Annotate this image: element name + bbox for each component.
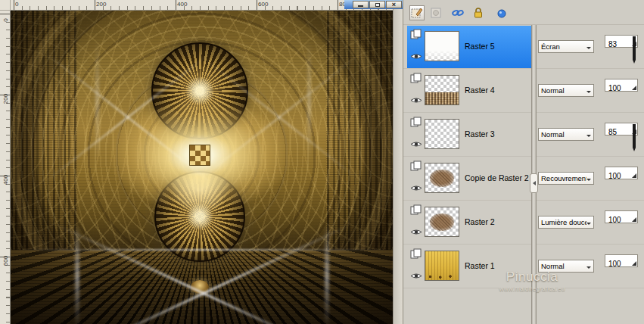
- layer-thumbnail[interactable]: [425, 75, 459, 105]
- ruler-label: 0: [2, 15, 9, 26]
- blend-mode-dropdown[interactable]: Lumière douce: [538, 216, 594, 229]
- vertical-ruler[interactable]: 0 200 400 600: [0, 11, 11, 324]
- opacity-slider[interactable]: [633, 124, 636, 151]
- opacity-spinner-icon[interactable]: [632, 86, 636, 90]
- blend-mode-value: Écran: [541, 42, 586, 51]
- chevron-down-icon: [586, 135, 591, 139]
- close-button[interactable]: ×: [386, 1, 402, 8]
- opacity-field[interactable]: 100: [605, 210, 638, 223]
- layers-palette: Raster 5 Écran 83 Raster 4 Normal: [403, 0, 644, 324]
- opacity-slider[interactable]: [633, 36, 636, 64]
- image-window-titlebar: ×: [344, 0, 403, 9]
- opacity-value: 85: [608, 128, 617, 136]
- opacity-value: 100: [608, 260, 621, 268]
- ruler-label: 400: [177, 1, 187, 8]
- raster-layer-icon: [410, 117, 422, 127]
- restore-icon: [375, 3, 380, 7]
- chevron-down-icon: [586, 266, 591, 271]
- visibility-eye-icon[interactable]: [410, 269, 422, 278]
- opacity-spinner-icon[interactable]: [632, 173, 636, 178]
- ruler-label: 200: [96, 1, 106, 8]
- ruler-label: 400: [2, 175, 9, 185]
- opacity-spinner-icon[interactable]: [632, 217, 636, 222]
- layer-thumbnail[interactable]: [425, 119, 459, 149]
- restore-button[interactable]: [369, 1, 385, 8]
- layer-thumbnail[interactable]: [425, 31, 459, 61]
- raster-layer-icon: [410, 248, 422, 259]
- layer-row[interactable]: Copie de Raster 2 Recouvrement 100: [403, 157, 644, 201]
- visibility-eye-icon[interactable]: [410, 50, 422, 58]
- blend-mode-dropdown[interactable]: Recouvrement: [538, 172, 594, 185]
- layer-name[interactable]: Raster 5: [465, 42, 495, 51]
- canvas-scrollbar[interactable]: [393, 9, 403, 324]
- opacity-value: 83: [608, 40, 617, 48]
- image-window: 0 200 400 600 800 0 200 400 600 ×: [0, 0, 403, 324]
- edit-selection-icon[interactable]: [409, 5, 425, 20]
- opacity-spinner-icon[interactable]: [632, 261, 636, 266]
- canvas-artwork[interactable]: [11, 11, 393, 324]
- ruler-label: 600: [2, 256, 9, 266]
- layers-list: Raster 5 Écran 83 Raster 4 Normal: [403, 25, 644, 324]
- blend-mode-value: Recouvrement: [541, 174, 586, 182]
- opacity-field[interactable]: 100: [605, 254, 638, 267]
- layer-thumbnail[interactable]: [425, 251, 459, 281]
- close-icon: ×: [392, 2, 396, 8]
- raster-layer-icon: [410, 160, 422, 171]
- opacity-field[interactable]: 100: [605, 167, 638, 179]
- blend-mode-dropdown[interactable]: Écran: [538, 40, 594, 53]
- raster-layer-icon: [410, 204, 422, 215]
- minimize-button[interactable]: [353, 1, 369, 8]
- opacity-value: 100: [608, 216, 621, 224]
- ruler-label: 0: [15, 1, 18, 8]
- splitter-collapse-handle[interactable]: [530, 173, 538, 193]
- panel-splitter[interactable]: [531, 25, 537, 324]
- ruler-corner: [0, 0, 11, 11]
- blend-mode-value: Lumière douce: [541, 218, 586, 226]
- layer-row[interactable]: Raster 4 Normal 100: [403, 69, 644, 113]
- blend-mode-value: Normal: [541, 130, 586, 139]
- chevron-down-icon: [586, 179, 591, 183]
- visibility-eye-icon[interactable]: [410, 226, 422, 234]
- visibility-eye-icon[interactable]: [410, 182, 422, 190]
- layer-row[interactable]: Raster 5 Écran 83: [403, 25, 644, 69]
- blend-mode-dropdown[interactable]: Normal: [538, 260, 594, 273]
- layer-thumbnail[interactable]: [425, 163, 459, 193]
- layer-name[interactable]: Raster 2: [465, 217, 495, 226]
- layer-row[interactable]: Raster 2 Lumière douce 100: [403, 201, 644, 245]
- layer-row[interactable]: Raster 1 Normal 100: [403, 245, 644, 288]
- mask-icon[interactable]: [428, 5, 443, 20]
- horizontal-ruler[interactable]: 0 200 400 600 800: [11, 0, 393, 11]
- lock-transparency-icon[interactable]: [471, 5, 486, 20]
- raster-layer-icon: [410, 29, 422, 39]
- link-layers-icon[interactable]: [450, 5, 465, 20]
- blend-mode-dropdown[interactable]: Normal: [538, 128, 594, 141]
- chevron-down-icon: [586, 47, 591, 51]
- layer-name[interactable]: Copie de Raster 2: [465, 173, 529, 182]
- opacity-field[interactable]: 100: [605, 79, 638, 92]
- layer-name[interactable]: Raster 3: [465, 129, 495, 139]
- ruler-label: 600: [258, 1, 268, 8]
- opacity-value: 100: [608, 84, 621, 92]
- chevron-down-icon: [586, 91, 591, 95]
- layer-name[interactable]: Raster 4: [465, 86, 495, 95]
- blend-mode-value: Normal: [541, 262, 586, 270]
- layer-thumbnail[interactable]: [425, 207, 459, 237]
- raster-layer-icon: [410, 73, 422, 83]
- layer-row[interactable]: Raster 3 Normal 85: [403, 113, 644, 157]
- highlight-icon[interactable]: [494, 5, 509, 20]
- visibility-eye-icon[interactable]: [410, 138, 422, 146]
- chevron-down-icon: [586, 223, 591, 227]
- visibility-eye-icon[interactable]: [410, 94, 422, 102]
- opacity-value: 100: [608, 172, 621, 180]
- layers-toolbar: [403, 0, 644, 25]
- psp-workspace: 0 200 400 600 800 0 200 400 600 ×: [0, 0, 644, 324]
- ruler-label: 200: [2, 94, 9, 104]
- minimize-icon: [358, 5, 363, 7]
- blend-mode-dropdown[interactable]: Normal: [538, 84, 594, 97]
- layer-name[interactable]: Raster 1: [465, 261, 495, 270]
- blend-mode-value: Normal: [541, 86, 586, 95]
